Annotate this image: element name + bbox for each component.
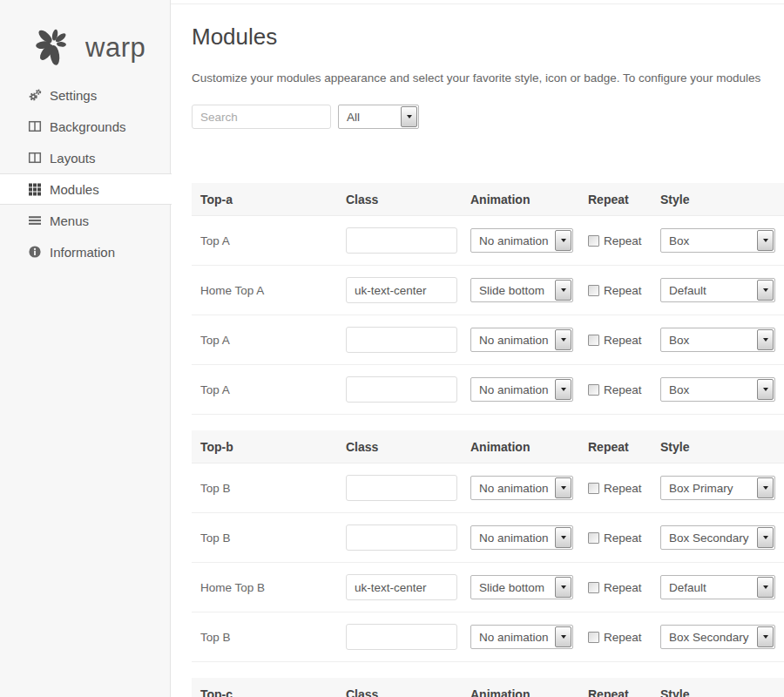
style-cell: Box Secondary xyxy=(660,525,784,550)
chevron-down-icon xyxy=(757,527,774,548)
chevron-down-icon xyxy=(555,329,571,350)
style-select[interactable]: Box xyxy=(660,377,775,402)
animation-select-value: No animation xyxy=(472,631,555,644)
repeat-cell: Repeat xyxy=(588,284,660,297)
category-filter-select[interactable]: All xyxy=(338,105,419,129)
repeat-checkbox[interactable] xyxy=(588,483,599,494)
sidebar-item-settings[interactable]: Settings xyxy=(0,79,170,111)
repeat-checkbox[interactable] xyxy=(588,285,599,296)
sidebar-item-menus[interactable]: Menus xyxy=(0,205,170,236)
style-select[interactable]: Box Primary xyxy=(660,476,775,500)
animation-cell: No animation xyxy=(470,228,588,253)
animation-select[interactable]: No animation xyxy=(470,377,573,402)
class-input[interactable] xyxy=(346,376,457,403)
style-cell: Box xyxy=(660,377,784,402)
animation-select[interactable]: No animation xyxy=(470,228,573,253)
repeat-checkbox[interactable] xyxy=(588,235,599,247)
style-cell: Box xyxy=(660,228,784,253)
module-section-top-b: Top-b Class Animation Repeat Style Top B… xyxy=(192,430,784,662)
style-select[interactable]: Default xyxy=(660,575,775,599)
style-cell: Box Secondary xyxy=(660,625,784,649)
style-select[interactable]: Box Secondary xyxy=(660,625,775,649)
repeat-cell: Repeat xyxy=(588,234,660,247)
animation-cell: Slide bottom xyxy=(470,278,588,302)
animation-select[interactable]: No animation xyxy=(470,525,573,550)
app-window: warp Settings xyxy=(0,0,784,697)
class-input[interactable] xyxy=(346,277,457,303)
repeat-label: Repeat xyxy=(604,631,642,644)
repeat-label: Repeat xyxy=(604,334,642,347)
chevron-down-icon xyxy=(555,577,571,598)
class-input[interactable] xyxy=(346,574,457,600)
animation-select[interactable]: Slide bottom xyxy=(470,278,573,302)
module-name: Home Top A xyxy=(192,284,346,297)
style-select[interactable]: Box xyxy=(660,328,775,352)
repeat-label: Repeat xyxy=(604,482,642,495)
section-title: Top-b xyxy=(192,440,346,454)
style-cell: Default xyxy=(660,575,784,599)
column-header-class: Class xyxy=(346,440,470,454)
animation-select[interactable]: Slide bottom xyxy=(470,575,573,599)
class-input[interactable] xyxy=(346,475,457,501)
module-name: Top A xyxy=(192,334,346,347)
style-select[interactable]: Box xyxy=(660,228,775,253)
class-input[interactable] xyxy=(346,327,457,353)
search-input[interactable] xyxy=(192,105,331,129)
column-header-class: Class xyxy=(346,687,470,697)
menu-icon xyxy=(28,213,42,227)
class-input[interactable] xyxy=(346,524,457,551)
style-select-value: Box Secondary xyxy=(662,531,756,545)
style-select[interactable]: Box Secondary xyxy=(660,525,775,550)
columns-icon xyxy=(28,119,42,133)
repeat-label: Repeat xyxy=(604,531,642,545)
section-header: Top-b Class Animation Repeat Style xyxy=(192,430,784,464)
chevron-down-icon xyxy=(555,477,571,498)
module-row: Top A No animation Repeat xyxy=(192,365,784,415)
chevron-down-icon xyxy=(757,329,774,350)
column-header-style: Style xyxy=(660,687,784,697)
repeat-checkbox[interactable] xyxy=(588,582,599,593)
module-row: Top A No animation Repeat xyxy=(192,315,784,365)
animation-cell: No animation xyxy=(470,328,588,352)
repeat-label: Repeat xyxy=(604,383,642,396)
sidebar-item-label: Settings xyxy=(50,88,97,103)
repeat-checkbox[interactable] xyxy=(588,632,599,643)
module-name: Top B xyxy=(192,631,346,644)
column-header-animation: Animation xyxy=(470,687,588,697)
animation-select[interactable]: No animation xyxy=(470,328,573,352)
style-select-value: Box Secondary xyxy=(662,631,756,644)
page-title: Modules xyxy=(192,23,784,51)
repeat-checkbox[interactable] xyxy=(588,532,599,544)
sidebar-item-modules[interactable]: Modules xyxy=(0,173,172,205)
animation-select-value: No animation xyxy=(472,334,555,347)
repeat-cell: Repeat xyxy=(588,383,660,396)
sidebar-item-layouts[interactable]: Layouts xyxy=(0,142,170,173)
animation-select[interactable]: No animation xyxy=(470,476,573,500)
class-cell xyxy=(346,227,470,254)
animation-select-value: No animation xyxy=(472,482,555,495)
animation-select-value: No animation xyxy=(472,234,555,247)
repeat-checkbox[interactable] xyxy=(588,384,599,396)
chevron-down-icon xyxy=(757,379,774,400)
animation-select-value: No animation xyxy=(472,531,555,545)
sidebar-item-information[interactable]: Information xyxy=(0,236,170,267)
chevron-down-icon xyxy=(757,477,774,498)
class-input[interactable] xyxy=(346,227,457,254)
module-name: Home Top B xyxy=(192,581,346,594)
chevron-down-icon xyxy=(757,577,774,598)
sidebar-item-backgrounds[interactable]: Backgrounds xyxy=(0,111,170,142)
module-row: Top B No animation Repeat xyxy=(192,464,784,513)
repeat-checkbox[interactable] xyxy=(588,335,599,346)
module-name: Top A xyxy=(192,234,346,247)
repeat-cell: Repeat xyxy=(588,482,660,495)
chevron-down-icon xyxy=(555,280,571,301)
column-header-style: Style xyxy=(660,193,784,206)
chevron-down-icon xyxy=(401,106,417,127)
style-select-value: Default xyxy=(662,581,713,594)
sidebar-item-label: Menus xyxy=(50,213,89,228)
animation-select[interactable]: No animation xyxy=(470,625,573,649)
chevron-down-icon xyxy=(757,626,774,647)
class-input[interactable] xyxy=(346,624,457,650)
module-section-top-a: Top-a Class Animation Repeat Style Top A… xyxy=(192,183,784,415)
style-select[interactable]: Default xyxy=(660,278,775,302)
